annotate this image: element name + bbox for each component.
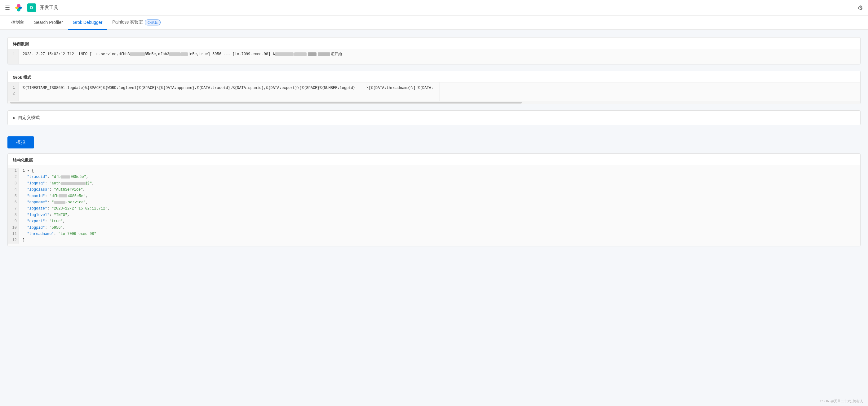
simulate-button[interactable]: 模拟 [7, 136, 34, 149]
custom-mode-section: ▶ 自定义模式 [7, 110, 861, 125]
top-bar: ☰ D 开发工具 ⚙ [0, 0, 868, 15]
json-line-11: 11 "threadname": "io-7099-exec-98" [8, 231, 434, 237]
beta-badge: 公测版 [145, 20, 161, 25]
grok-scrollbar[interactable] [8, 101, 860, 104]
svg-point-3 [19, 6, 22, 9]
json-line-7: 7 "logdate": "2023-12-27 15:02:12.712", [8, 206, 434, 212]
structured-data-label: 结构化数据 [8, 154, 860, 165]
json-line-2: 2 "traceid": "dfb085e5e", [8, 174, 434, 180]
app-title: 开发工具 [40, 5, 58, 10]
json-line-6: 6 "appname": "-service", [8, 199, 434, 206]
sample-line-numbers: 1 [8, 49, 19, 64]
sample-data-editor[interactable]: 1 2023-12-27 15:02:12.712 INFO [ n-servi… [8, 49, 860, 64]
grok-line-numbers: 1 2 [8, 83, 19, 101]
sample-data-label: 样例数据 [8, 37, 860, 49]
top-bar-right: ⚙ [858, 4, 863, 11]
json-line-3: 3 "logmsg": "auth始", [8, 180, 434, 187]
tab-painless[interactable]: Painless 实验室 公测版 [107, 16, 165, 30]
tab-console[interactable]: 控制台 [6, 16, 29, 30]
tab-bar: 控制台 Search Profiler Grok Debugger Painle… [0, 15, 868, 30]
grok-scrollbar-thumb [10, 102, 522, 103]
json-line-10: 10 "logpid": "5956", [8, 225, 434, 231]
json-line-12: 12 } [8, 237, 434, 243]
json-line-1: 1 1 ▾ { [8, 168, 434, 174]
avatar-badge: D [27, 3, 36, 12]
json-line-5: 5 "spanid": "dfb4085e5e", [8, 193, 434, 199]
json-line-9: 9 "export": "true", [8, 218, 434, 224]
json-line-8: 8 "loglevel": "INFO", [8, 212, 434, 218]
grok-code-content[interactable]: %{TIMESTAMP_ISO8601:logdate}%{SPACE}%{WO… [19, 83, 860, 94]
sample-data-section: 样例数据 1 2023-12-27 15:02:12.712 INFO [ n-… [7, 37, 861, 64]
settings-icon[interactable]: ⚙ [858, 4, 863, 11]
grok-pattern-label: Grok 模式 [8, 71, 860, 82]
hamburger-icon[interactable]: ☰ [5, 4, 10, 11]
top-bar-left: ☰ D 开发工具 [5, 3, 58, 13]
grok-pattern-section: Grok 模式 1 2 %{TIMESTAMP_ISO8601:logdate}… [7, 71, 861, 104]
sample-data-content[interactable]: 2023-12-27 15:02:12.712 INFO [ n-service… [19, 49, 860, 64]
chevron-right-icon: ▶ [13, 116, 16, 120]
custom-mode-header[interactable]: ▶ 自定义模式 [8, 111, 860, 125]
structured-data-section: 结构化数据 1 1 ▾ { 2 "traceid": "dfb085e5e", … [7, 153, 861, 246]
main-content: 样例数据 1 2023-12-27 15:02:12.712 INFO [ n-… [0, 30, 868, 254]
svg-point-2 [15, 6, 18, 9]
json-line-4: 4 "logclass": "AuthService", [8, 187, 434, 193]
json-left-panel: 1 1 ▾ { 2 "traceid": "dfb085e5e", 3 "log… [8, 165, 434, 246]
tab-search-profiler[interactable]: Search Profiler [29, 16, 68, 30]
tab-grok-debugger[interactable]: Grok Debugger [68, 16, 107, 30]
custom-mode-label: 自定义模式 [18, 115, 40, 121]
grok-pattern-editor[interactable]: 1 2 %{TIMESTAMP_ISO8601:logdate}%{SPACE}… [8, 82, 860, 101]
json-output: 1 1 ▾ { 2 "traceid": "dfb085e5e", 3 "log… [8, 165, 860, 246]
elastic-logo [13, 3, 24, 13]
json-right-panel [434, 165, 861, 246]
